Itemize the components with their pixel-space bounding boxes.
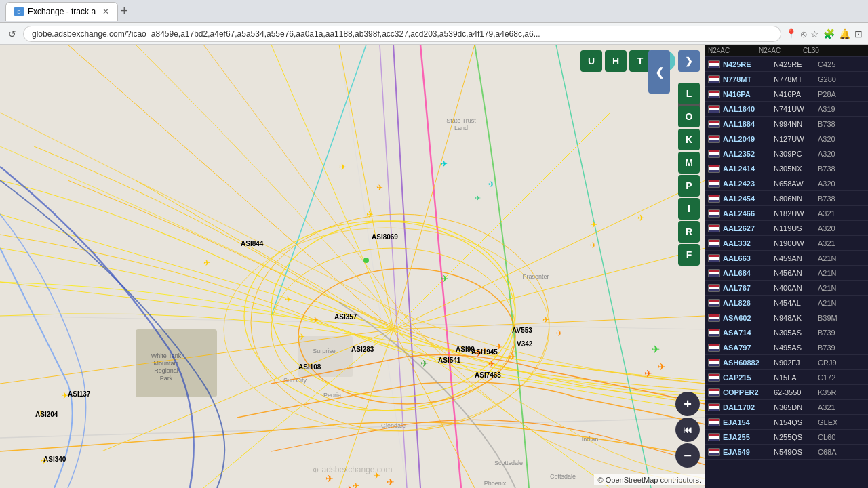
svg-text:✈: ✈ bbox=[353, 481, 359, 488]
flag-icon bbox=[708, 195, 720, 203]
aircraft-type: K35R bbox=[818, 388, 865, 396]
aircraft-type: B739 bbox=[818, 344, 865, 352]
registration: N182UW bbox=[774, 209, 818, 218]
list-item[interactable]: AAL2627 N119US A320 bbox=[705, 221, 868, 236]
registration: 62-3550 bbox=[774, 388, 818, 396]
flag-icon bbox=[708, 165, 720, 173]
tab-title: Exchange - track a bbox=[28, 7, 96, 16]
svg-text:Land: Land bbox=[454, 125, 468, 131]
flight-id: N425RE bbox=[723, 60, 774, 68]
svg-text:✈: ✈ bbox=[590, 220, 597, 230]
registration: N454AL bbox=[774, 299, 818, 307]
svg-text:Surprise: Surprise bbox=[313, 348, 336, 354]
svg-text:Prasenter: Prasenter bbox=[522, 273, 549, 280]
registration: N425RE bbox=[774, 60, 818, 68]
flight-id: AAL2414 bbox=[723, 165, 774, 173]
url-input[interactable] bbox=[23, 26, 781, 42]
list-item[interactable]: DAL1702 N365DN A321 bbox=[705, 400, 868, 415]
list-item[interactable]: CAP215 N15FA C172 bbox=[705, 370, 868, 385]
list-item[interactable]: N778MT N778MT G280 bbox=[705, 72, 868, 87]
menu-icon[interactable]: ⊡ bbox=[854, 28, 863, 39]
registration: N255QS bbox=[774, 433, 818, 441]
btn-prev[interactable]: ❮ bbox=[648, 50, 670, 94]
extensions-icon[interactable]: 🧩 bbox=[823, 28, 835, 39]
list-item[interactable]: ASH60882 N902FJ CRJ9 bbox=[705, 355, 868, 370]
svg-text:✈: ✈ bbox=[488, 180, 495, 189]
registration: N495AS bbox=[774, 344, 818, 352]
aircraft-type: A320 bbox=[818, 180, 865, 188]
list-item[interactable]: COPPER2 62-3550 K35R bbox=[705, 385, 868, 400]
tab-close-button[interactable]: ✕ bbox=[102, 7, 109, 16]
flight-id: CAP215 bbox=[723, 373, 774, 382]
registration: N741UW bbox=[774, 105, 818, 113]
svg-text:✈: ✈ bbox=[481, 346, 488, 355]
flight-id: ASA797 bbox=[723, 344, 774, 352]
aircraft-type: B738 bbox=[818, 195, 865, 203]
list-item[interactable]: AAL1640 N741UW A319 bbox=[705, 102, 868, 117]
list-item[interactable]: AAL2352 N309PC A320 bbox=[705, 146, 868, 161]
location-icon[interactable]: 📍 bbox=[785, 28, 797, 39]
notifications-icon[interactable]: 🔔 bbox=[839, 28, 850, 39]
list-item[interactable]: AAL2414 N305NX B738 bbox=[705, 161, 868, 176]
svg-text:✈: ✈ bbox=[312, 315, 319, 325]
svg-text:✈: ✈ bbox=[590, 241, 597, 250]
list-item[interactable]: ASA602 N948AK B39M bbox=[705, 310, 868, 325]
list-item[interactable]: N416PA N416PA P28A bbox=[705, 87, 868, 102]
list-item[interactable]: AAL2454 N806NN B738 bbox=[705, 191, 868, 206]
flight-id: N778MT bbox=[723, 75, 774, 83]
registration: N948AK bbox=[774, 314, 818, 322]
back-button[interactable]: ↺ bbox=[5, 27, 19, 41]
list-item[interactable]: AAL767 N400AN A21N bbox=[705, 281, 868, 296]
list-item[interactable]: AAL663 N459AN A21N bbox=[705, 251, 868, 266]
btn-k[interactable]: K bbox=[678, 129, 700, 150]
zoom-in-button[interactable]: + bbox=[675, 392, 700, 416]
btn-p[interactable]: P bbox=[678, 175, 700, 197]
list-item[interactable]: EJA549 N549OS C68A bbox=[705, 445, 868, 460]
flight-id: AAL2466 bbox=[723, 209, 774, 218]
flight-id: AAL2423 bbox=[723, 180, 774, 188]
flight-id: ASA714 bbox=[723, 329, 774, 337]
svg-point-70 bbox=[363, 258, 369, 263]
btn-o[interactable]: O bbox=[678, 106, 700, 127]
btn-f[interactable]: F bbox=[678, 244, 700, 266]
map-area[interactable]: White Tank Mountain Regional Park State … bbox=[0, 45, 705, 488]
btn-m[interactable]: M bbox=[678, 152, 700, 174]
btn-h[interactable]: H bbox=[605, 50, 627, 72]
list-item[interactable]: AAL2423 N658AW A320 bbox=[705, 176, 868, 191]
list-item[interactable]: ASA797 N495AS B739 bbox=[705, 340, 868, 355]
btn-l[interactable]: L bbox=[678, 83, 700, 104]
flight-id: AAL1884 bbox=[723, 120, 774, 128]
svg-text:✈: ✈ bbox=[542, 315, 549, 325]
btn-next[interactable]: ❯ bbox=[678, 50, 700, 72]
btn-r[interactable]: R bbox=[678, 221, 700, 243]
list-item[interactable]: AAL684 N456AN A21N bbox=[705, 266, 868, 281]
list-item[interactable]: N425RE N425RE C425 bbox=[705, 57, 868, 72]
list-item[interactable]: AAL2466 N182UW A321 bbox=[705, 206, 868, 221]
flight-id: AAL684 bbox=[723, 269, 774, 277]
active-tab[interactable]: B Exchange - track a ✕ bbox=[5, 2, 118, 21]
list-item[interactable]: ASA714 N305AS B739 bbox=[705, 325, 868, 340]
registration: N127UW bbox=[774, 135, 818, 143]
flight-id: ASH60882 bbox=[723, 359, 774, 367]
list-item[interactable]: AAL2049 N127UW A320 bbox=[705, 131, 868, 146]
new-tab-button[interactable]: + bbox=[121, 4, 128, 18]
list-item[interactable]: EJA154 N154QS GLEX bbox=[705, 415, 868, 430]
svg-text:✈: ✈ bbox=[420, 358, 429, 369]
zoom-out-button[interactable]: − bbox=[675, 443, 700, 468]
list-item[interactable]: AAL332 N190UW A321 bbox=[705, 236, 868, 251]
btn-u[interactable]: U bbox=[580, 50, 602, 72]
aircraft-type: P28A bbox=[818, 90, 865, 98]
list-item[interactable]: AAL826 N454AL A21N bbox=[705, 296, 868, 310]
btn-i[interactable]: I bbox=[678, 198, 700, 220]
flag-icon bbox=[708, 433, 720, 441]
star-icon[interactable]: ☆ bbox=[810, 28, 819, 39]
aircraft-type: GLEX bbox=[818, 418, 865, 426]
list-item[interactable]: AAL1884 N994NN B738 bbox=[705, 117, 868, 131]
aircraft-type: CRJ9 bbox=[818, 359, 865, 367]
share-icon[interactable]: ⎋ bbox=[801, 28, 806, 39]
replay-button[interactable]: ⏮ bbox=[675, 418, 700, 442]
list-item[interactable]: EJA255 N255QS CL60 bbox=[705, 430, 868, 445]
registration: N305NX bbox=[774, 165, 818, 173]
registration: N549OS bbox=[774, 448, 818, 456]
flight-list: N425RE N425RE C425 N778MT N778MT G280 N4… bbox=[705, 57, 868, 460]
